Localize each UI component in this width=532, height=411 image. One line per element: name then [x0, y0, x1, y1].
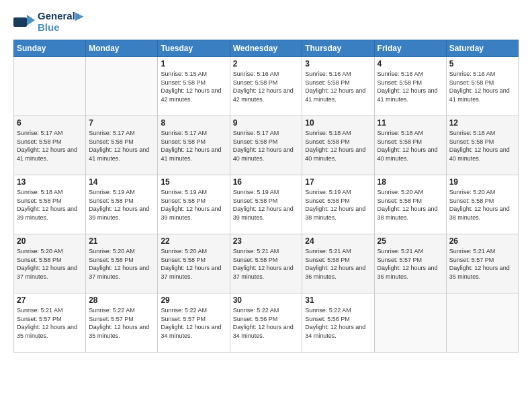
day-number: 15 [161, 177, 226, 187]
day-info: Sunrise: 5:21 AMSunset: 5:58 PMDaylight:… [233, 247, 300, 281]
day-number: 27 [17, 295, 83, 305]
day-number: 10 [305, 118, 371, 128]
calendar-cell: 8Sunrise: 5:17 AMSunset: 5:58 PMDaylight… [158, 116, 230, 175]
weekday-wednesday: Wednesday [230, 40, 302, 57]
day-number: 21 [89, 236, 154, 246]
calendar-cell: 1Sunrise: 5:15 AMSunset: 5:58 PMDaylight… [158, 57, 230, 116]
day-number: 8 [161, 118, 226, 128]
day-info: Sunrise: 5:21 AMSunset: 5:57 PMDaylight:… [17, 306, 83, 340]
day-info: Sunrise: 5:19 AMSunset: 5:58 PMDaylight:… [89, 188, 154, 222]
day-info: Sunrise: 5:16 AMSunset: 5:58 PMDaylight:… [305, 70, 371, 103]
svg-rect-0 [13, 17, 27, 27]
day-number: 19 [449, 177, 515, 187]
weekday-sunday: Sunday [14, 40, 86, 57]
day-number: 2 [233, 59, 300, 68]
day-number: 20 [17, 236, 83, 246]
day-info: Sunrise: 5:17 AMSunset: 5:58 PMDaylight:… [17, 129, 83, 163]
week-row-1: 1Sunrise: 5:15 AMSunset: 5:58 PMDaylight… [14, 57, 519, 116]
calendar-cell: 21Sunrise: 5:20 AMSunset: 5:58 PMDayligh… [86, 234, 158, 293]
calendar-cell: 18Sunrise: 5:20 AMSunset: 5:58 PMDayligh… [374, 175, 446, 234]
calendar-cell: 10Sunrise: 5:18 AMSunset: 5:58 PMDayligh… [302, 116, 374, 175]
calendar-cell: 29Sunrise: 5:22 AMSunset: 5:57 PMDayligh… [158, 293, 230, 353]
day-number: 1 [161, 59, 226, 68]
calendar-cell: 24Sunrise: 5:21 AMSunset: 5:58 PMDayligh… [302, 234, 374, 293]
day-number: 14 [89, 177, 154, 187]
calendar-cell: 15Sunrise: 5:19 AMSunset: 5:58 PMDayligh… [158, 175, 230, 234]
calendar-cell: 28Sunrise: 5:22 AMSunset: 5:57 PMDayligh… [86, 293, 158, 353]
day-info: Sunrise: 5:20 AMSunset: 5:58 PMDaylight:… [89, 247, 154, 281]
day-info: Sunrise: 5:18 AMSunset: 5:58 PMDaylight:… [449, 129, 515, 163]
calendar-cell: 12Sunrise: 5:18 AMSunset: 5:58 PMDayligh… [446, 116, 518, 175]
calendar-body: 1Sunrise: 5:15 AMSunset: 5:58 PMDaylight… [14, 57, 519, 353]
day-info: Sunrise: 5:21 AMSunset: 5:57 PMDaylight:… [449, 247, 515, 281]
day-info: Sunrise: 5:21 AMSunset: 5:57 PMDaylight:… [378, 247, 443, 281]
day-info: Sunrise: 5:20 AMSunset: 5:58 PMDaylight:… [17, 247, 83, 281]
calendar-cell: 22Sunrise: 5:20 AMSunset: 5:58 PMDayligh… [158, 234, 230, 293]
day-number: 18 [378, 177, 443, 187]
week-row-5: 27Sunrise: 5:21 AMSunset: 5:57 PMDayligh… [14, 293, 519, 353]
day-number: 26 [449, 236, 515, 246]
day-number: 30 [233, 295, 300, 305]
day-info: Sunrise: 5:20 AMSunset: 5:58 PMDaylight:… [449, 188, 515, 222]
weekday-friday: Friday [374, 40, 446, 57]
weekday-monday: Monday [86, 40, 158, 57]
day-info: Sunrise: 5:22 AMSunset: 5:57 PMDaylight:… [89, 306, 154, 340]
weekday-saturday: Saturday [446, 40, 518, 57]
logo: General▶ Blue [13, 11, 83, 33]
logo-line1: General▶ [38, 11, 83, 22]
day-info: Sunrise: 5:22 AMSunset: 5:56 PMDaylight:… [305, 306, 371, 340]
week-row-3: 13Sunrise: 5:18 AMSunset: 5:58 PMDayligh… [14, 175, 519, 234]
day-number: 28 [89, 295, 154, 305]
page: General▶ Blue SundayMondayTuesdayWednesd… [0, 0, 532, 411]
calendar-cell: 19Sunrise: 5:20 AMSunset: 5:58 PMDayligh… [446, 175, 518, 234]
calendar-cell: 4Sunrise: 5:16 AMSunset: 5:58 PMDaylight… [374, 57, 446, 116]
day-info: Sunrise: 5:18 AMSunset: 5:58 PMDaylight:… [378, 129, 443, 163]
logo-line2: Blue [38, 22, 83, 34]
day-number: 4 [378, 59, 443, 68]
week-row-4: 20Sunrise: 5:20 AMSunset: 5:58 PMDayligh… [14, 234, 519, 293]
weekday-header-row: SundayMondayTuesdayWednesdayThursdayFrid… [14, 40, 519, 57]
day-info: Sunrise: 5:17 AMSunset: 5:58 PMDaylight:… [89, 129, 154, 163]
calendar-cell: 7Sunrise: 5:17 AMSunset: 5:58 PMDaylight… [86, 116, 158, 175]
day-info: Sunrise: 5:15 AMSunset: 5:58 PMDaylight:… [161, 70, 226, 103]
day-number: 31 [305, 295, 371, 305]
weekday-thursday: Thursday [302, 40, 374, 57]
day-info: Sunrise: 5:16 AMSunset: 5:58 PMDaylight:… [233, 70, 300, 103]
calendar-cell: 31Sunrise: 5:22 AMSunset: 5:56 PMDayligh… [302, 293, 374, 353]
day-number: 13 [17, 177, 83, 187]
calendar-cell [374, 293, 446, 353]
calendar-cell: 11Sunrise: 5:18 AMSunset: 5:58 PMDayligh… [374, 116, 446, 175]
calendar-cell: 17Sunrise: 5:19 AMSunset: 5:58 PMDayligh… [302, 175, 374, 234]
day-info: Sunrise: 5:17 AMSunset: 5:58 PMDaylight:… [161, 129, 226, 163]
day-number: 16 [233, 177, 300, 187]
calendar-cell: 3Sunrise: 5:16 AMSunset: 5:58 PMDaylight… [302, 57, 374, 116]
svg-marker-1 [27, 15, 35, 26]
day-info: Sunrise: 5:19 AMSunset: 5:58 PMDaylight:… [305, 188, 371, 222]
calendar-cell: 30Sunrise: 5:22 AMSunset: 5:56 PMDayligh… [230, 293, 302, 353]
day-number: 23 [233, 236, 300, 246]
day-info: Sunrise: 5:19 AMSunset: 5:58 PMDaylight:… [233, 188, 300, 222]
day-number: 3 [305, 59, 371, 68]
calendar-cell [86, 57, 158, 116]
calendar-cell: 6Sunrise: 5:17 AMSunset: 5:58 PMDaylight… [14, 116, 86, 175]
calendar-cell: 23Sunrise: 5:21 AMSunset: 5:58 PMDayligh… [230, 234, 302, 293]
day-info: Sunrise: 5:20 AMSunset: 5:58 PMDaylight:… [378, 188, 443, 222]
day-info: Sunrise: 5:17 AMSunset: 5:58 PMDaylight:… [233, 129, 300, 163]
header: General▶ Blue [13, 11, 519, 33]
calendar-cell [14, 57, 86, 116]
day-number: 25 [378, 236, 443, 246]
day-info: Sunrise: 5:16 AMSunset: 5:58 PMDaylight:… [378, 70, 443, 103]
day-info: Sunrise: 5:22 AMSunset: 5:56 PMDaylight:… [233, 306, 300, 340]
calendar-table: SundayMondayTuesdayWednesdayThursdayFrid… [13, 40, 519, 353]
day-number: 24 [305, 236, 371, 246]
calendar-cell: 13Sunrise: 5:18 AMSunset: 5:58 PMDayligh… [14, 175, 86, 234]
day-info: Sunrise: 5:18 AMSunset: 5:58 PMDaylight:… [305, 129, 371, 163]
calendar-cell: 27Sunrise: 5:21 AMSunset: 5:57 PMDayligh… [14, 293, 86, 353]
day-info: Sunrise: 5:19 AMSunset: 5:58 PMDaylight:… [161, 188, 226, 222]
day-number: 22 [161, 236, 226, 246]
calendar-cell: 20Sunrise: 5:20 AMSunset: 5:58 PMDayligh… [14, 234, 86, 293]
day-info: Sunrise: 5:22 AMSunset: 5:57 PMDaylight:… [161, 306, 226, 340]
day-info: Sunrise: 5:20 AMSunset: 5:58 PMDaylight:… [161, 247, 226, 281]
day-number: 12 [449, 118, 515, 128]
week-row-2: 6Sunrise: 5:17 AMSunset: 5:58 PMDaylight… [14, 116, 519, 175]
